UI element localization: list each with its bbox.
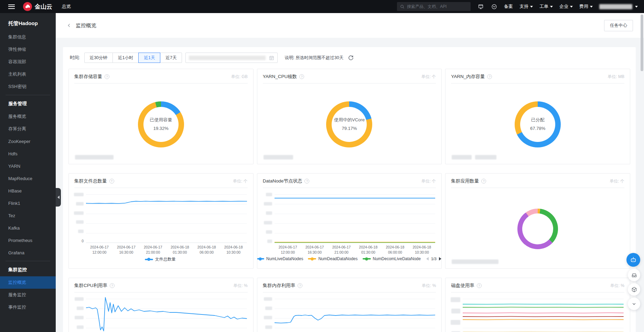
help-icon[interactable] [298, 283, 302, 288]
date-range-picker[interactable] [185, 53, 278, 63]
task-center-button[interactable]: 任务中心 [604, 20, 633, 31]
menu-billing[interactable]: 费用 [579, 3, 593, 10]
sidebar-item-flink1[interactable]: Flink1 [0, 197, 56, 209]
legend-numdeaddatanodes[interactable]: NumDeadDataNodes [308, 256, 357, 261]
menu-workorder[interactable]: 工单 [539, 3, 553, 10]
brand-logo[interactable]: 金山云 [23, 2, 52, 11]
sidebar-item-mapreduce[interactable]: MapReduce [0, 172, 56, 185]
sidebar-section-service-mgmt: 服务管理 [0, 97, 56, 110]
redacted-y-tick [266, 211, 272, 215]
sidebar-item-cluster-info[interactable]: 集群信息 [0, 31, 56, 43]
robot-assistant-icon [630, 256, 637, 264]
hamburger-menu-icon[interactable] [8, 4, 15, 9]
help-icon[interactable] [481, 179, 486, 184]
redacted-legend [75, 155, 114, 159]
sidebar-item-prometheus[interactable]: Prometheus [0, 234, 56, 246]
cloud-logo-icon [23, 2, 32, 11]
sidebar-item-host-list[interactable]: 主机列表 [0, 68, 56, 80]
sidebar-item-container-mix[interactable]: 容器混部 [0, 56, 56, 68]
menu-enterprise[interactable]: 企业 [559, 3, 573, 10]
prev-page-icon[interactable] [426, 257, 429, 261]
file-count-line-chart [86, 191, 247, 243]
card-title: 集群内存利用率 [263, 283, 296, 289]
sidebar-item-service-overview[interactable]: 服务概览 [0, 110, 56, 123]
x-axis-labels: 2024-06-1712:00:00 2024-06-1716:30:00 20… [275, 245, 436, 255]
app-count-donut-chart [517, 209, 558, 249]
help-icon[interactable] [304, 179, 309, 184]
help-icon[interactable] [110, 283, 115, 288]
help-icon[interactable] [105, 74, 109, 79]
sidebar-item-grafana[interactable]: Grafana [0, 246, 56, 259]
search-input[interactable] [407, 4, 468, 9]
unit-label: 单位: 个 [610, 178, 624, 184]
refresh-button[interactable] [348, 55, 354, 60]
page-header: 监控概览 任务中心 [56, 13, 644, 38]
range-1day-button[interactable]: 近1天 [138, 53, 160, 63]
next-page-icon[interactable] [439, 257, 441, 261]
sidebar-item-kafka[interactable]: Kafka [0, 222, 56, 234]
legend-numdecomlivedatanode[interactable]: NumDecomLiveDataNode [363, 256, 421, 261]
redacted-y-tick [78, 230, 84, 233]
cube-fab-button[interactable] [628, 283, 640, 296]
menu-support[interactable]: 支持 [519, 3, 533, 10]
sidebar-item-ssh-key[interactable]: SSH密钥 [0, 80, 56, 93]
range-30min-button[interactable]: 近30分钟 [84, 53, 113, 63]
redacted-legend [264, 155, 293, 159]
message-icon[interactable] [491, 3, 497, 10]
inbox-fab-button[interactable] [628, 269, 640, 281]
legend-file-count[interactable]: 文件总数量 [145, 256, 176, 262]
unit-label: 单位: MB [608, 74, 624, 80]
sidebar-item-zookeeper[interactable]: ZooKeeper [0, 135, 56, 147]
help-icon[interactable] [299, 74, 304, 79]
menu-beian[interactable]: 备案 [504, 3, 513, 10]
redacted-y-tick [77, 307, 84, 310]
redacted-username [599, 4, 632, 9]
sidebar-collapse-handle[interactable] [56, 188, 61, 207]
topnav-overview[interactable]: 总览 [62, 3, 71, 10]
brand-name: 金山云 [35, 3, 52, 11]
help-icon[interactable] [487, 74, 492, 79]
redacted-legend [452, 259, 498, 264]
range-7day-button[interactable]: 近7天 [160, 53, 182, 63]
sidebar-item-hdfs[interactable]: Hdfs [0, 147, 56, 160]
redacted-legend [452, 155, 472, 159]
sidebar-product-title: 托管Hadoop [0, 13, 56, 31]
sidebar-item-hbase[interactable]: HBase [0, 185, 56, 197]
card-title: 集群CPU利用率 [74, 283, 107, 289]
time-filter-label: 时间: [70, 55, 80, 61]
cube-icon [631, 286, 637, 293]
help-icon[interactable] [109, 179, 114, 184]
calendar-icon [269, 55, 274, 60]
help-icon[interactable] [477, 283, 482, 288]
chevron-down-icon [570, 6, 573, 8]
back-button[interactable] [67, 23, 72, 28]
sidebar-item-tez[interactable]: Tez [0, 209, 56, 222]
vertical-scrollbar-thumb[interactable] [641, 14, 643, 71]
sidebar-item-event-monitor[interactable]: 事件监控 [0, 301, 56, 313]
card-yarn-memory: YARN_内存容量 单位: MB 已分配 67.78% [445, 69, 630, 164]
sidebar-item-storage-compute[interactable]: 存算分离 [0, 123, 56, 135]
redacted-y-tick [265, 307, 272, 310]
redacted-y-tick [266, 193, 272, 196]
global-search[interactable] [397, 2, 471, 11]
datanode-line-chart [275, 191, 436, 243]
redacted-y-tick [451, 320, 460, 325]
sidebar-item-service-monitor[interactable]: 服务监控 [0, 289, 56, 301]
legend-numlivedatanodes[interactable]: NumLiveDataNodes [257, 256, 303, 261]
assistant-fab-button[interactable] [626, 253, 640, 267]
sidebar-item-yarn[interactable]: YARN [0, 160, 56, 172]
x-axis-labels: 2024-06-1712:00:00 2024-06-1716:30:00 20… [86, 245, 247, 255]
sidebar-item-auto-scaling[interactable]: 弹性伸缩 [0, 43, 56, 56]
range-1hour-button[interactable]: 近1小时 [112, 53, 139, 63]
legend-mark-icon [308, 258, 316, 259]
collapse-fab-button[interactable] [628, 298, 640, 310]
user-account-menu[interactable] [599, 4, 638, 9]
workbench-icon[interactable] [477, 3, 484, 10]
sidebar: 托管Hadoop 集群信息 弹性伸缩 容器混部 主机列表 SSH密钥 服务管理 … [0, 13, 56, 332]
redacted-y-tick [77, 325, 84, 329]
card-file-count: 集群文件总数量 单位: 个 0 [68, 173, 254, 269]
unit-label: 单位: 个 [421, 74, 436, 80]
sidebar-item-monitor-overview[interactable]: 监控概览 [0, 276, 56, 289]
divider [451, 188, 624, 188]
card-title: 磁盘使用率 [451, 283, 474, 289]
